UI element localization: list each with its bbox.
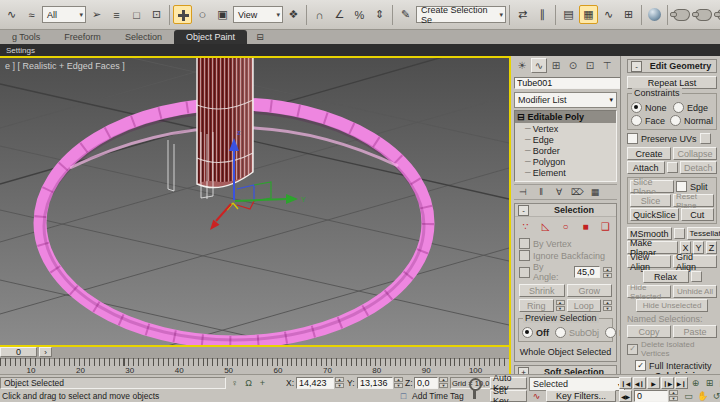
- attach-settings-button[interactable]: [667, 162, 678, 173]
- named-selection-sets-icon[interactable]: ✎: [396, 5, 415, 24]
- grid-align-button[interactable]: Grid Align: [673, 255, 717, 268]
- grow-button[interactable]: Grow: [567, 284, 613, 297]
- material-editor-icon[interactable]: [648, 8, 661, 21]
- reference-coordinate-dropdown[interactable]: View▾: [233, 6, 283, 23]
- orbit-icon[interactable]: ↺: [710, 390, 720, 402]
- ring-spinner[interactable]: ▲▼: [556, 300, 565, 311]
- tab-motion[interactable]: ⊙: [565, 58, 581, 73]
- element-icon[interactable]: ❑: [599, 220, 612, 233]
- select-by-name-icon[interactable]: ≡: [107, 5, 126, 24]
- view-align-button[interactable]: View Align: [627, 255, 671, 268]
- quickslice-button[interactable]: QuickSlice: [630, 208, 679, 221]
- msmooth-settings-button[interactable]: [674, 228, 685, 239]
- delete-isolated-vertices-checkbox[interactable]: Delete Isolated Vertices: [627, 340, 717, 358]
- go-to-end-icon[interactable]: ▶❙: [675, 377, 688, 389]
- stack-item-vertex[interactable]: ─Vertex: [515, 123, 616, 134]
- preview-off-radio[interactable]: Off: [522, 327, 549, 338]
- preserve-uvs-checkbox[interactable]: Preserve UVs: [627, 133, 717, 144]
- edit-geometry-rollout-header[interactable]: - Edit Geometry: [627, 59, 717, 73]
- rendered-frame-window-icon[interactable]: [695, 9, 712, 21]
- set-keys-key-icon[interactable]: [466, 377, 485, 401]
- go-to-start-icon[interactable]: ❙◀: [619, 377, 632, 389]
- rectangular-selection-region-icon[interactable]: □: [127, 5, 146, 24]
- make-unique-icon[interactable]: ∀: [552, 186, 566, 199]
- z-spinner[interactable]: ▲▼: [439, 377, 448, 388]
- detach-button[interactable]: Detach: [680, 161, 718, 174]
- snaps-toggle-icon[interactable]: ∩: [310, 5, 329, 24]
- key-tangent-icon[interactable]: ∿: [529, 390, 544, 402]
- pin-stack-icon[interactable]: ⊣: [516, 186, 530, 199]
- slice-plane-button[interactable]: Slice Plane: [630, 180, 674, 193]
- window-crossing-icon[interactable]: ⊡: [147, 5, 166, 24]
- show-end-result-icon[interactable]: ‖: [534, 186, 548, 199]
- collapse-icon[interactable]: ⊟: [517, 112, 525, 122]
- tessellate-button[interactable]: Tessellate: [687, 227, 720, 240]
- full-interactivity-checkbox[interactable]: Full Interactivity: [635, 360, 717, 371]
- tab-modify[interactable]: ∿: [531, 58, 547, 73]
- x-spinner[interactable]: ▲▼: [335, 377, 344, 388]
- curve-icon[interactable]: ∿: [2, 5, 21, 24]
- x-coordinate-field[interactable]: [296, 377, 334, 389]
- create-button[interactable]: Create: [627, 147, 671, 160]
- spinner-snap-icon[interactable]: ⇕: [370, 5, 389, 24]
- paste-button[interactable]: Paste: [673, 325, 717, 338]
- time-tag-icon[interactable]: □: [396, 390, 411, 402]
- preview-subobj-radio[interactable]: SubObj: [555, 327, 599, 338]
- selection-filter-dropdown[interactable]: All▾: [42, 6, 86, 23]
- manage-layers-icon[interactable]: ▤: [559, 5, 578, 24]
- preserve-uvs-settings-button[interactable]: [700, 133, 711, 144]
- hide-unselected-button[interactable]: Hide Unselected: [636, 299, 708, 312]
- unhide-all-button[interactable]: Unhide All: [673, 285, 717, 298]
- relax-button[interactable]: Relax: [643, 270, 689, 283]
- copy-button[interactable]: Copy: [627, 325, 671, 338]
- stack-item-polygon[interactable]: ─Polygon: [515, 156, 616, 167]
- selection-set-filter-dropdown[interactable]: Selected ▾: [529, 377, 625, 391]
- isolate-selection-icon[interactable]: ♀: [228, 377, 241, 389]
- mirror-icon[interactable]: ⇄: [513, 5, 532, 24]
- collapse-icon[interactable]: -: [631, 61, 642, 72]
- constraint-edge-radio[interactable]: Edge: [673, 102, 713, 113]
- ribbon-tab-selection[interactable]: Selection: [113, 30, 174, 44]
- ribbon-settings-row[interactable]: Settings: [0, 44, 720, 56]
- previous-frame-icon[interactable]: ◀❙: [633, 377, 646, 389]
- ribbon-tab-object-paint[interactable]: Object Paint: [174, 30, 247, 44]
- object-name-field[interactable]: [514, 77, 637, 89]
- slice-button[interactable]: Slice: [630, 194, 671, 207]
- loop-button[interactable]: Loop: [567, 299, 602, 312]
- time-slider-handle[interactable]: 0: [0, 347, 37, 357]
- time-slider-next-button[interactable]: ›: [39, 347, 52, 357]
- stack-item-border[interactable]: ─Border: [515, 145, 616, 156]
- tab-hierarchy[interactable]: ⊞: [548, 58, 564, 73]
- render-setup-icon[interactable]: [673, 9, 690, 21]
- schematic-view-icon[interactable]: ⊞: [619, 5, 638, 24]
- y-coordinate-field[interactable]: [357, 377, 393, 389]
- align-icon[interactable]: ∥: [533, 5, 552, 24]
- y-spinner[interactable]: ▲▼: [394, 377, 403, 388]
- vertex-icon[interactable]: ∵: [519, 220, 532, 233]
- modifier-list-dropdown[interactable]: Modifier List ▾: [514, 92, 617, 108]
- stack-item-element[interactable]: ─Element: [515, 167, 616, 178]
- reset-plane-button[interactable]: Reset Plane: [673, 194, 714, 207]
- current-frame-field[interactable]: [634, 390, 668, 402]
- select-and-rotate-icon[interactable]: ○: [193, 5, 212, 24]
- ribbon-tab-g-tools[interactable]: g Tools: [0, 30, 52, 44]
- ribbon-tab-freeform[interactable]: Freeform: [52, 30, 113, 44]
- by-angle-checkbox[interactable]: By Angle: ▲▼: [519, 262, 612, 282]
- curve-editor-icon[interactable]: ∿: [599, 5, 618, 24]
- remove-modifier-icon[interactable]: ⌦: [570, 186, 584, 199]
- next-frame-icon[interactable]: ❙▶: [661, 377, 674, 389]
- by-vertex-checkbox[interactable]: By Vertex: [519, 238, 612, 249]
- ribbon-minimize-icon[interactable]: ⊟: [247, 30, 273, 44]
- angle-field[interactable]: [574, 266, 600, 278]
- angle-snap-icon[interactable]: ∠: [330, 5, 349, 24]
- edge-icon[interactable]: ◺: [539, 220, 552, 233]
- shrink-button[interactable]: Shrink: [519, 284, 565, 297]
- select-and-move-icon[interactable]: [173, 5, 192, 24]
- attach-button[interactable]: Attach: [627, 161, 665, 174]
- key-mode-toggle[interactable]: ◀▶: [619, 390, 632, 402]
- use-pivot-center-icon[interactable]: ❖: [284, 5, 303, 24]
- set-key-button[interactable]: Set Key: [490, 390, 527, 402]
- relax-settings-button[interactable]: [691, 271, 702, 282]
- constraint-none-radio[interactable]: None: [631, 102, 671, 113]
- toggle-scene-explorer-icon[interactable]: ▦: [579, 5, 598, 24]
